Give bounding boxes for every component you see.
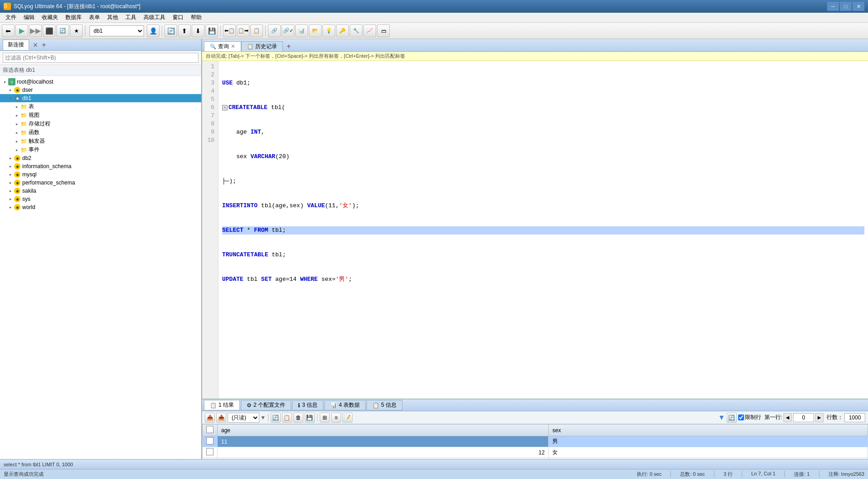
toolbar-btn-5[interactable]: 🔄 bbox=[56, 25, 69, 37]
toolbar-btn-8[interactable]: ⬆ bbox=[178, 25, 191, 37]
result-form-btn[interactable]: 📝 bbox=[342, 413, 352, 423]
tree-expand-perf[interactable]: ▸ bbox=[7, 180, 14, 185]
tree-expand-mysql[interactable]: ▸ bbox=[7, 172, 14, 177]
tree-item-tables[interactable]: ▸ 📁 表 bbox=[0, 102, 201, 111]
menu-edit[interactable]: 编辑 bbox=[20, 13, 38, 22]
first-row-prev-btn[interactable]: ◀ bbox=[784, 413, 792, 422]
close-button[interactable]: ✕ bbox=[853, 2, 864, 11]
toolbar-btn-stop[interactable]: ⬛ bbox=[43, 25, 55, 37]
tree-expand-dser[interactable]: ▸ bbox=[7, 88, 14, 92]
result-refresh-btn[interactable]: 🔄 bbox=[271, 413, 281, 423]
toolbar-btn-10[interactable]: 💾 bbox=[205, 25, 218, 37]
result-refresh-btn-2[interactable]: 🔄 bbox=[727, 413, 737, 423]
tree-container[interactable]: ▸ S root@localhost ▸ ◉ dser ▾ ◉ db1 ▸ 📁 … bbox=[0, 76, 201, 469]
menu-advanced-tools[interactable]: 高级工具 bbox=[140, 13, 169, 22]
tree-item-events[interactable]: ▸ 📁 事件 bbox=[0, 145, 201, 154]
menu-help[interactable]: 帮助 bbox=[187, 13, 205, 22]
editor-area[interactable]: 1 2 3 4 5 6 7 8 9 10 USE db1; -CREATE TA… bbox=[202, 61, 868, 399]
toolbar-btn-21[interactable]: 📈 bbox=[363, 25, 376, 37]
row-checkbox-2[interactable] bbox=[203, 447, 218, 458]
toolbar-btn-11[interactable]: ⬅📋 bbox=[223, 25, 236, 37]
select-all-checkbox[interactable] bbox=[206, 426, 213, 433]
tree-expand-root[interactable]: ▸ bbox=[2, 80, 8, 84]
toolbar-btn-user[interactable]: 👤 bbox=[147, 25, 159, 37]
tree-expand-procedures[interactable]: ▸ bbox=[14, 122, 20, 126]
tree-expand-world[interactable]: ▸ bbox=[7, 205, 14, 210]
tree-expand-tables[interactable]: ▸ bbox=[14, 105, 20, 109]
row-count-input[interactable] bbox=[844, 413, 865, 422]
result-copy-btn[interactable]: 📋 bbox=[282, 413, 292, 423]
tree-item-db2[interactable]: ▸ ◉ db2 bbox=[0, 154, 201, 162]
toolbar-btn-18[interactable]: 💡 bbox=[322, 25, 335, 37]
result-tab-1[interactable]: 📋 1 结果 bbox=[204, 400, 240, 410]
tree-expand-functions[interactable]: ▸ bbox=[14, 130, 20, 135]
tree-expand-info[interactable]: ▸ bbox=[7, 164, 14, 169]
panel-close-icon[interactable]: ✕ bbox=[33, 41, 38, 49]
tree-item-root[interactable]: ▸ S root@localhost bbox=[0, 78, 201, 86]
result-list-btn[interactable]: ≡ bbox=[331, 413, 341, 423]
tab-add-button[interactable]: + bbox=[283, 41, 294, 51]
tree-item-functions[interactable]: ▸ 📁 函数 bbox=[0, 128, 201, 137]
tree-expand-views[interactable]: ▸ bbox=[14, 113, 20, 118]
menu-database[interactable]: 数据库 bbox=[62, 13, 85, 22]
result-tab-4[interactable]: 📊 4 表数据 bbox=[324, 400, 366, 410]
filter-icon[interactable]: ▼ bbox=[718, 414, 725, 422]
toolbar-btn-6[interactable]: ★ bbox=[70, 25, 83, 37]
tree-item-information-schema[interactable]: ▸ ◉ information_schema bbox=[0, 162, 201, 170]
tree-item-db1[interactable]: ▾ ◉ db1 bbox=[0, 94, 201, 102]
panel-add-icon[interactable]: + bbox=[42, 41, 46, 49]
result-mode-select[interactable]: (只读) 可编辑 bbox=[228, 413, 259, 423]
result-grid-btn[interactable]: ⊞ bbox=[320, 413, 330, 423]
toolbar-btn-22[interactable]: 🗃 bbox=[377, 25, 390, 37]
tree-item-triggers[interactable]: ▸ 📁 触发器 bbox=[0, 137, 201, 145]
limit-row-checkbox[interactable] bbox=[738, 414, 744, 420]
result-delete-btn[interactable]: 🗑 bbox=[293, 413, 303, 423]
toolbar-btn-20[interactable]: 🔧 bbox=[350, 25, 362, 37]
toolbar-btn-15[interactable]: 🔗✓ bbox=[282, 25, 294, 37]
menu-table[interactable]: 表单 bbox=[85, 13, 104, 22]
database-selector[interactable]: db1 bbox=[89, 25, 144, 36]
result-save-btn[interactable]: 💾 bbox=[305, 413, 315, 423]
tree-item-views[interactable]: ▸ 📁 视图 bbox=[0, 111, 201, 120]
filter-input[interactable] bbox=[3, 53, 198, 63]
result-tab-2[interactable]: ⚙ 2 个配置文件 bbox=[241, 400, 291, 410]
tree-expand-sys[interactable]: ▸ bbox=[7, 197, 14, 201]
menu-file[interactable]: 文件 bbox=[2, 13, 20, 22]
toolbar-btn-13[interactable]: 📋 bbox=[250, 25, 263, 37]
toolbar-btn-16[interactable]: 📊 bbox=[295, 25, 308, 37]
collapse-btn-2[interactable]: - bbox=[222, 105, 228, 110]
menu-tools[interactable]: 工具 bbox=[122, 13, 140, 22]
tree-expand-sakila[interactable]: ▸ bbox=[7, 189, 14, 193]
toolbar-btn-7[interactable]: 🔄 bbox=[164, 25, 177, 37]
tree-item-mysql[interactable]: ▸ ◉ mysql bbox=[0, 170, 201, 179]
maximize-button[interactable]: □ bbox=[840, 2, 852, 11]
table-row[interactable]: 12 女 bbox=[203, 447, 868, 458]
tab-query[interactable]: 🔍 查询 ✕ bbox=[204, 41, 241, 51]
tree-expand-db2[interactable]: ▸ bbox=[7, 156, 14, 160]
toolbar-btn-14[interactable]: 🔗 bbox=[268, 25, 281, 37]
tree-item-procedures[interactable]: ▸ 📁 存储过程 bbox=[0, 120, 201, 128]
table-row[interactable]: 11 男 bbox=[203, 436, 868, 447]
tree-item-sys[interactable]: ▸ ◉ sys bbox=[0, 195, 201, 203]
tree-item-dser[interactable]: ▸ ◉ dser bbox=[0, 86, 201, 94]
menu-other[interactable]: 其他 bbox=[104, 13, 122, 22]
result-tab-3[interactable]: ℹ 3 信息 bbox=[292, 400, 323, 410]
toolbar-btn-17[interactable]: 📂 bbox=[309, 25, 322, 37]
tree-item-sakila[interactable]: ▸ ◉ sakila bbox=[0, 187, 201, 195]
row-checkbox-1[interactable] bbox=[203, 436, 218, 447]
minimize-button[interactable]: ─ bbox=[827, 2, 839, 11]
tree-expand-triggers[interactable]: ▸ bbox=[14, 139, 20, 144]
tree-expand-db1[interactable]: ▾ bbox=[7, 96, 14, 100]
menu-favorites[interactable]: 收藏夹 bbox=[38, 13, 62, 22]
menu-window[interactable]: 窗口 bbox=[169, 13, 187, 22]
toolbar-btn-run[interactable]: ▶▶ bbox=[29, 25, 42, 37]
code-area[interactable]: USE db1; -CREATE TABLE tbl( age INT, sex… bbox=[218, 61, 868, 399]
tree-item-world[interactable]: ▸ ◉ world bbox=[0, 203, 201, 211]
toolbar-btn-1[interactable]: ⬅ bbox=[2, 25, 15, 37]
toolbar-btn-refresh[interactable]: ▶ bbox=[15, 25, 28, 37]
result-tab-5[interactable]: 📋 5 信息 bbox=[367, 400, 402, 410]
toolbar-btn-9[interactable]: ⬇ bbox=[192, 25, 204, 37]
result-btn-2[interactable]: 📥 bbox=[216, 413, 226, 423]
first-row-input[interactable] bbox=[793, 413, 814, 422]
first-row-next-btn[interactable]: ▶ bbox=[815, 413, 823, 422]
